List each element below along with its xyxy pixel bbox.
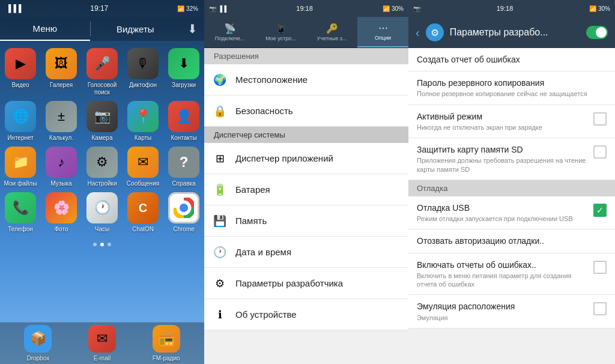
app-dict-icon: 🎙 [127, 48, 159, 79]
dot-2 [100, 243, 104, 246]
app-phone[interactable]: 📞 Телефон [2, 192, 38, 233]
tab-connections-label: Подключе... [215, 35, 245, 41]
memory-icon: 💾 [211, 213, 228, 229]
tab-accounts-label: Учетные з... [317, 35, 347, 41]
dev-item-revoke-auth[interactable]: Отозвать авторизацию отладки.. [408, 229, 615, 253]
item-location[interactable]: 🌍 Местоположение [204, 64, 408, 96]
connections-icon: 📡 [224, 23, 236, 34]
settings-tab-bar: 📡 Подключе... 📱 Мое устро... 🔑 Учетные з… [204, 17, 408, 48]
app-maps-icon: 📍 [127, 101, 159, 132]
dev-item-error-report[interactable]: Создать отчет об ошибках [408, 48, 615, 71]
app-dict-label: Диктофон [129, 82, 157, 89]
app-music[interactable]: ♪ Музыка [43, 147, 79, 187]
home-time: 19:17 [90, 4, 108, 13]
dev-item-protect-sd[interactable]: Защитить карту памяти SD Приложения долж… [408, 138, 615, 180]
dev-time: 19:18 [497, 5, 514, 12]
dock-email[interactable]: ✉ E-mail [88, 325, 116, 362]
item-about[interactable]: ℹ Об устройстве [204, 299, 408, 330]
dev-item-backup-pwd-text: Пароль резервного копирования Полное рез… [417, 77, 607, 98]
dev-toggle-switch[interactable] [586, 26, 608, 39]
wifi-icon: 📶 [177, 5, 184, 12]
app-voice[interactable]: 🎤 Голосовой поиск [84, 48, 120, 96]
item-memory[interactable]: 💾 Память [204, 205, 408, 237]
app-calc[interactable]: ± Калькул. [43, 101, 79, 142]
app-clock[interactable]: 🕐 Часы [84, 192, 120, 233]
item-battery[interactable]: 🔋 Батарея [204, 174, 408, 205]
app-files[interactable]: 📁 Мои файлы [2, 147, 38, 187]
app-voice-icon: 🎤 [86, 48, 118, 79]
app-video[interactable]: ▶ Видео [2, 48, 38, 96]
app-maps[interactable]: 📍 Карты [125, 101, 161, 142]
page-dots [0, 240, 204, 249]
item-security[interactable]: 🔒 Безопасность [204, 96, 408, 127]
app-files-icon: 📁 [5, 147, 36, 178]
app-dict[interactable]: 🎙 Диктофон [125, 48, 161, 96]
usb-debug-checkbox[interactable]: ✓ [593, 204, 607, 217]
dev-item-location-emulation[interactable]: Эмуляция расположения Эмуляция [408, 295, 615, 328]
app-help[interactable]: ? Справка [166, 147, 202, 187]
back-button[interactable]: ‹ [416, 26, 420, 40]
app-gallery-icon: 🖼 [46, 48, 77, 79]
dev-item-error-report-text: Создать отчет об ошибках [417, 54, 607, 65]
app-photos-label: Фото [55, 226, 68, 233]
download-tab-icon[interactable]: ⬇ [180, 17, 204, 41]
dev-header-bar: ‹ ⚙ Параметры разрабо... [408, 17, 615, 48]
app-maps-label: Карты [135, 135, 152, 142]
app-camera-icon: 📷 [86, 101, 118, 132]
tab-accounts[interactable]: 🔑 Учетные з... [306, 17, 357, 47]
item-appmanager[interactable]: ⊞ Диспетчер приложений [204, 143, 408, 174]
app-calc-icon: ± [46, 101, 77, 132]
item-devopt[interactable]: ⚙ Параметры разработчика [204, 268, 408, 299]
app-help-label: Справка [172, 180, 195, 187]
app-internet[interactable]: 🌐 Интернет [2, 101, 38, 142]
app-files-label: Мои файлы [4, 180, 37, 187]
tab-widgets[interactable]: Виджеты [91, 17, 181, 41]
app-contacts[interactable]: 👤 Контакты [166, 101, 202, 142]
dev-item-bug-reports[interactable]: Включать отчеты об ошибках.. Включить в … [408, 253, 615, 296]
dev-item-active-mode[interactable]: Активный режим Никогда не отключать экра… [408, 105, 615, 138]
location-emulation-checkbox[interactable] [593, 302, 607, 315]
app-settings[interactable]: ⚙ Настройки [84, 147, 120, 187]
tab-menu[interactable]: Меню [0, 17, 90, 41]
dock-dropbox[interactable]: 📦 Dropbox [24, 325, 52, 362]
app-gallery[interactable]: 🖼 Галерея [43, 48, 79, 96]
app-messages[interactable]: ✉ Сообщения [125, 147, 161, 187]
app-photos[interactable]: 🌸 Фото [43, 192, 79, 233]
app-internet-label: Интернет [7, 135, 34, 142]
protect-sd-checkbox[interactable] [593, 145, 607, 159]
dev-item-bug-reports-title: Включать отчеты об ошибках.. [417, 259, 589, 270]
dev-item-backup-pwd[interactable]: Пароль резервного копирования Полное рез… [408, 71, 615, 105]
battery-menu-icon: 🔋 [211, 181, 228, 198]
tab-connections[interactable]: 📡 Подключе... [204, 17, 255, 47]
dev-toggle-knob [596, 27, 607, 38]
dev-status-left: 📷 [413, 5, 420, 12]
app-video-label: Видео [11, 82, 29, 89]
dev-status-right: 📶 30% [589, 5, 610, 12]
app-phone-label: Телефон [8, 226, 32, 233]
dev-item-revoke-auth-title: Отозвать авторизацию отладки.. [417, 235, 607, 246]
dev-item-bug-reports-subtitle: Включить в меню питания параметр для соз… [417, 271, 589, 289]
tab-mydevice[interactable]: 📱 Мое устро... [255, 17, 306, 47]
item-battery-label: Батарея [235, 184, 270, 195]
settings-panel: 📷 ▐▐ 19:18 📶 30% 📡 Подключе... 📱 Мое уст… [204, 0, 408, 364]
dock-fm[interactable]: 📻 FM-радио [153, 325, 180, 362]
mydevice-icon: 📱 [275, 23, 287, 34]
app-camera[interactable]: 📷 Камера [84, 101, 120, 142]
section-system: Диспетчер системы [204, 127, 408, 143]
dock-email-icon: ✉ [88, 325, 116, 353]
tab-widgets-label: Виджеты [117, 24, 154, 34]
battery-label: 32% [186, 5, 198, 12]
app-chrome-label: Chrome [173, 226, 195, 233]
bug-reports-checkbox[interactable] [593, 261, 607, 274]
dev-item-location-emulation-title: Эмуляция расположения [417, 301, 589, 312]
signal-icon2: ▐▐ [218, 5, 226, 12]
app-gallery-label: Галерея [50, 82, 73, 89]
active-mode-checkbox[interactable] [593, 112, 607, 126]
tab-options[interactable]: ⋯ Опции [357, 17, 408, 47]
dev-item-bug-reports-text: Включать отчеты об ошибках.. Включить в … [417, 259, 589, 289]
dev-item-usb-debug[interactable]: Отладка USB Режим отладки запускается пр… [408, 196, 615, 229]
app-download[interactable]: ⬇ Загрузки [166, 48, 202, 96]
item-datetime[interactable]: 🕐 Дата и время [204, 237, 408, 268]
app-chaton[interactable]: C ChatON [125, 192, 161, 233]
app-chrome[interactable]: Chrome [166, 192, 202, 233]
